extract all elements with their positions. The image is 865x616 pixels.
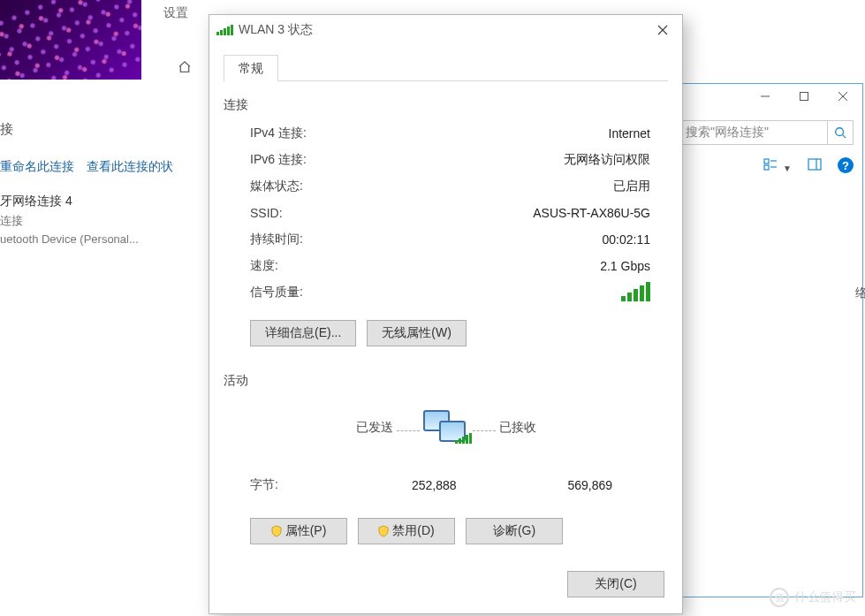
svg-rect-10 <box>808 159 821 170</box>
row-duration: 持续时间: 00:02:11 <box>224 226 668 253</box>
shield-icon <box>271 525 282 537</box>
close-dialog-button[interactable]: 关闭(C) <box>567 571 664 597</box>
dialog-title: WLAN 3 状态 <box>239 22 643 38</box>
dialog-tabs: 常规 <box>224 54 668 81</box>
properties-button-label: 属性(P) <box>285 523 327 539</box>
search-button[interactable] <box>828 120 854 145</box>
signal-bars-icon <box>621 282 650 301</box>
side-partial-label: 络 <box>855 283 865 302</box>
dialog-close-button[interactable] <box>643 17 682 43</box>
diagnose-button[interactable]: 诊断(G) <box>466 518 563 544</box>
label-signal-quality: 信号质量: <box>224 285 409 300</box>
wireless-properties-button[interactable]: 无线属性(W) <box>367 320 467 346</box>
connection-device: uetooth Device (Personal... <box>0 232 203 246</box>
section-activity-header: 活动 <box>224 373 668 389</box>
view-list-icon[interactable]: ▼ <box>763 157 792 174</box>
watermark: 值 什么值得买 <box>770 588 856 607</box>
watermark-text: 什么值得买 <box>794 589 856 605</box>
row-signal-quality: 信号质量: <box>224 279 668 306</box>
wifi-signal-icon <box>216 25 233 35</box>
close-button[interactable] <box>823 84 862 109</box>
value-media: 已启用 <box>409 179 668 194</box>
svg-rect-7 <box>764 165 769 170</box>
activity-sent-bytes: 252,888 <box>356 478 512 492</box>
network-connection-item[interactable]: 牙网络连接 4 连接 uetooth Device (Personal... <box>0 194 203 246</box>
disable-button-label: 禁用(D) <box>392 523 434 539</box>
svg-rect-6 <box>764 159 769 164</box>
activity-divider-left <box>397 430 420 432</box>
dialog-titlebar[interactable]: WLAN 3 状态 <box>209 15 682 45</box>
preview-pane-icon[interactable] <box>808 157 822 174</box>
wallpaper-thumbnail <box>0 0 141 80</box>
watermark-icon: 值 <box>770 588 789 607</box>
value-ipv4: Internet <box>409 126 668 141</box>
connection-status: 连接 <box>0 213 203 229</box>
label-ssid: SSID: <box>224 206 409 220</box>
wlan-status-dialog: WLAN 3 状态 常规 连接 IPv4 连接: Internet IPv6 连… <box>209 14 683 614</box>
connection-name: 牙网络连接 4 <box>0 194 203 209</box>
row-media: 媒体状态: 已启用 <box>224 173 668 200</box>
value-ssid: ASUS-RT-AX86U-5G <box>409 206 668 220</box>
page-partial-heading: 接 <box>0 121 13 138</box>
dialog-footer: 关闭(C) <box>209 559 682 613</box>
rename-connection-link[interactable]: 重命名此连接 <box>0 159 74 175</box>
search-input[interactable]: 搜索"网络连接" <box>681 120 828 145</box>
home-icon[interactable] <box>178 60 192 74</box>
value-signal-quality <box>409 282 668 304</box>
activity-graphic: 已发送 已接收 <box>224 407 668 449</box>
svg-point-4 <box>836 128 844 136</box>
activity-received-bytes: 569,869 <box>512 478 669 492</box>
label-duration: 持续时间: <box>224 232 409 247</box>
shield-icon <box>378 525 389 537</box>
connection-button-row: 详细信息(E)... 无线属性(W) <box>224 320 668 346</box>
row-ssid: SSID: ASUS-RT-AX86U-5G <box>224 200 668 226</box>
row-ipv4: IPv4 连接: Internet <box>224 120 668 147</box>
row-speed: 速度: 2.1 Gbps <box>224 253 668 279</box>
value-ipv6: 无网络访问权限 <box>409 152 668 168</box>
tab-general[interactable]: 常规 <box>224 55 278 82</box>
window-controls <box>746 84 862 109</box>
explorer-window: 搜索"网络连接" ▼ ? 络 <box>680 83 863 597</box>
value-duration: 00:02:11 <box>409 232 668 247</box>
activity-received-label: 已接收 <box>499 420 536 434</box>
svg-rect-1 <box>801 93 808 101</box>
label-ipv6: IPv6 连接: <box>224 152 409 168</box>
activity-bytes-label: 字节: <box>224 477 356 493</box>
activity-button-row: 属性(P) 禁用(D) 诊断(G) <box>224 518 668 544</box>
activity-sent-label: 已发送 <box>356 420 393 434</box>
settings-label: 设置 <box>163 5 188 21</box>
section-connection-header: 连接 <box>224 97 668 113</box>
help-icon[interactable]: ? <box>838 157 854 173</box>
value-speed: 2.1 Gbps <box>409 259 668 273</box>
label-media: 媒体状态: <box>224 179 409 194</box>
search-bar: 搜索"网络连接" <box>681 119 854 146</box>
view-toolbar: ▼ ? <box>708 155 854 176</box>
svg-line-5 <box>843 135 846 139</box>
activity-bytes-row: 字节: 252,888 569,869 <box>224 477 668 493</box>
activity-divider-right <box>473 430 496 432</box>
disable-button[interactable]: 禁用(D) <box>358 518 455 544</box>
label-speed: 速度: <box>224 258 409 274</box>
label-ipv4: IPv4 连接: <box>224 125 409 141</box>
explorer-command-bar: 重命名此连接 查看此连接的状 <box>0 159 173 175</box>
row-ipv6: IPv6 连接: 无网络访问权限 <box>224 147 668 173</box>
details-button[interactable]: 详细信息(E)... <box>250 320 356 346</box>
maximize-button[interactable] <box>785 84 823 109</box>
activity-transfer-icon <box>420 407 473 449</box>
minimize-button[interactable] <box>746 84 785 109</box>
properties-button[interactable]: 属性(P) <box>250 518 347 544</box>
view-status-link[interactable]: 查看此连接的状 <box>87 159 173 175</box>
